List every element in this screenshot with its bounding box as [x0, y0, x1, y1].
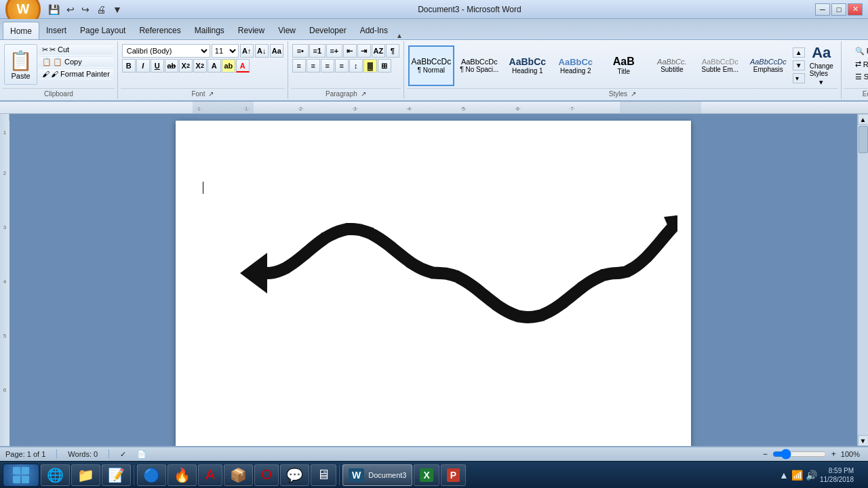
maximize-button[interactable]: □	[831, 3, 846, 16]
style-emphasis[interactable]: AaBbCcDc Emphasis	[745, 45, 791, 86]
save-button[interactable]: 💾	[46, 3, 62, 16]
print-button[interactable]: 🖨	[94, 3, 108, 16]
taskbar-app-msg[interactable]: 💬	[280, 464, 309, 486]
scroll-down-button[interactable]: ▼	[858, 435, 869, 446]
tray-show-desktop[interactable]: ▲	[779, 470, 789, 481]
center-button[interactable]: ≡	[307, 59, 320, 73]
change-case-button[interactable]: Aa	[270, 44, 283, 58]
font-color-button[interactable]: A	[236, 59, 250, 73]
start-button[interactable]	[3, 464, 39, 487]
tab-addins[interactable]: Add-Ins	[353, 22, 395, 39]
taskbar-app-chrome[interactable]: 🔵	[137, 464, 166, 486]
tray-network-icon[interactable]: 📶	[791, 470, 803, 481]
close-button[interactable]: ✕	[848, 3, 863, 16]
tab-review[interactable]: Review	[231, 22, 271, 39]
scroll-thumb[interactable]	[859, 126, 868, 153]
shrink-font-button[interactable]: A↓	[255, 44, 269, 58]
show-hide-button[interactable]: ¶	[386, 44, 399, 58]
qa-more[interactable]: ▼	[111, 3, 124, 16]
underline-button[interactable]: U	[151, 59, 164, 73]
scroll-up-button[interactable]: ▲	[858, 114, 869, 125]
taskbar-app-ppt[interactable]: P	[441, 464, 466, 486]
taskbar-app-word[interactable]: W Document3	[342, 464, 412, 486]
ribbon-collapse[interactable]: ▲	[396, 32, 403, 39]
font-dialog-launcher[interactable]: ↗	[208, 90, 214, 98]
strikethrough-button[interactable]: ab	[165, 59, 178, 73]
replace-button[interactable]: ⇄ Replace	[851, 58, 868, 70]
cut-button[interactable]: ✂ ✂ Cut	[39, 44, 113, 56]
tab-developer[interactable]: Developer	[302, 22, 353, 39]
tab-view[interactable]: View	[271, 22, 302, 39]
align-right-button[interactable]: ≡	[321, 59, 334, 73]
taskbar-app-ie[interactable]: 🌐	[41, 464, 70, 486]
style-title-label: Title	[618, 68, 631, 75]
zoom-in-button[interactable]: +	[829, 449, 838, 459]
multilevel-button[interactable]: ≡+	[326, 44, 342, 58]
style-heading2[interactable]: AaBbCc Heading 2	[553, 45, 599, 86]
style-nospace[interactable]: AaBbCcDc ¶ No Spaci...	[456, 45, 502, 86]
style-normal[interactable]: AaBbCcDc ¶ Normal	[408, 45, 454, 86]
italic-button[interactable]: I	[136, 59, 150, 73]
document-area[interactable]	[9, 114, 857, 446]
styles-group: AaBbCcDc ¶ Normal AaBbCcDc ¶ No Spaci...…	[404, 41, 842, 99]
increase-indent-button[interactable]: ⇥	[357, 44, 371, 58]
tab-references[interactable]: References	[132, 22, 187, 39]
bold-button[interactable]: B	[122, 59, 136, 73]
tab-page-layout[interactable]: Page Layout	[73, 22, 132, 39]
system-clock[interactable]: 8:59 PM 11/28/2018	[820, 466, 854, 484]
font-size-select[interactable]: 11	[212, 44, 239, 58]
styles-more[interactable]: ▾	[793, 73, 805, 83]
paragraph-dialog-launcher[interactable]: ↗	[361, 90, 366, 98]
decrease-indent-button[interactable]: ⇤	[343, 44, 357, 58]
undo-button[interactable]: ↩	[64, 3, 77, 16]
taskbar-app-excel[interactable]: X	[414, 464, 439, 486]
subscript-button[interactable]: X2	[179, 59, 193, 73]
line-spacing-button[interactable]: ↕	[349, 59, 363, 73]
bullets-button[interactable]: ≡•	[292, 44, 309, 58]
zoom-out-button[interactable]: −	[761, 449, 770, 459]
style-heading1[interactable]: AaBbCc Heading 1	[505, 45, 551, 86]
styles-scroll-down[interactable]: ▼	[793, 60, 805, 70]
style-subtitle[interactable]: AaBbCc. Subtitle	[649, 45, 695, 86]
tab-home[interactable]: Home	[3, 22, 39, 39]
justify-button[interactable]: ≡	[335, 59, 349, 73]
taskbar-app-explorer[interactable]: 📦	[224, 464, 253, 486]
grow-font-button[interactable]: A↑	[240, 44, 254, 58]
clear-format-button[interactable]: A	[208, 59, 221, 73]
numbering-button[interactable]: ≡1	[309, 44, 326, 58]
format-painter-button[interactable]: 🖌 🖌 Format Painter	[39, 68, 113, 79]
highlight-button[interactable]: ab	[222, 59, 235, 73]
ribbon-content: 📋 Paste ✂ ✂ Cut 📋 📋 Copy 🖌 🖌 Format Pain	[0, 39, 868, 100]
ppt-icon: P	[447, 468, 460, 482]
tab-insert[interactable]: Insert	[39, 22, 73, 39]
styles-dialog-launcher[interactable]: ↗	[631, 90, 636, 98]
styles-scroll-up[interactable]: ▲	[793, 47, 805, 58]
taskbar-app-desktop[interactable]: 🖥	[311, 464, 336, 486]
borders-button[interactable]: ⊞	[378, 59, 391, 73]
find-button[interactable]: 🔍 Find ▾	[851, 45, 868, 57]
taskbar-app-firefox[interactable]: 🔥	[167, 464, 197, 486]
taskbar-app-files[interactable]: 📁	[71, 464, 100, 486]
style-subtleemph[interactable]: AaBbCcDc Subtle Em...	[697, 45, 743, 86]
superscript-button[interactable]: X2	[193, 59, 207, 73]
redo-button[interactable]: ↪	[79, 3, 92, 16]
tab-mailings[interactable]: Mailings	[188, 22, 231, 39]
paste-button[interactable]: 📋 Paste	[4, 44, 37, 85]
taskbar-app-acrobat[interactable]: A	[198, 464, 222, 486]
change-styles-label: ChangeStyles	[810, 62, 833, 77]
style-title[interactable]: AaB Title	[601, 45, 647, 86]
minimize-button[interactable]: ─	[815, 3, 830, 16]
tray-volume-icon[interactable]: 🔊	[806, 470, 817, 481]
font-family-select[interactable]: Calibri (Body)	[122, 44, 210, 58]
change-styles-button[interactable]: Aa ChangeStyles ▾	[806, 43, 837, 88]
select-button[interactable]: ☰ Select ▾	[851, 71, 868, 83]
shading-button[interactable]: ▓	[363, 59, 377, 73]
align-left-button[interactable]: ≡	[292, 59, 306, 73]
document-page[interactable]	[176, 121, 691, 446]
taskbar-app-notepad[interactable]: 📝	[102, 464, 131, 486]
zoom-slider[interactable]	[772, 449, 827, 460]
paste-label: Paste	[11, 72, 30, 80]
copy-button[interactable]: 📋 📋 Copy	[39, 56, 113, 68]
sort-button[interactable]: AZ	[372, 44, 385, 58]
taskbar-app-opera[interactable]: O	[254, 464, 279, 486]
